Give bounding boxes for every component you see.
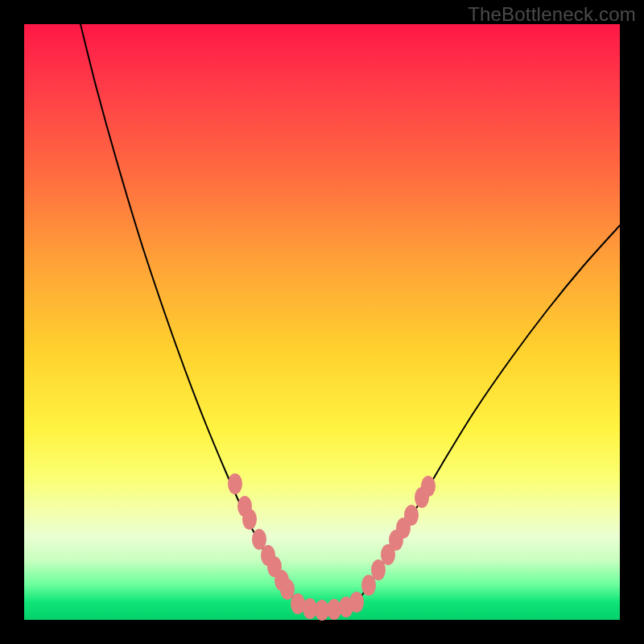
bottleneck-curve: [80, 24, 620, 610]
curve-marker: [349, 592, 364, 613]
curve-marker: [421, 476, 436, 497]
watermark-text: TheBottleneck.com: [468, 3, 636, 26]
curve-marker: [404, 505, 419, 526]
chart-frame: TheBottleneck.com: [0, 0, 644, 644]
curve-marker: [242, 509, 257, 530]
plot-area: [24, 24, 620, 620]
marker-group: [228, 473, 436, 621]
curve-marker: [280, 579, 295, 600]
curve-marker: [228, 473, 242, 494]
chart-svg: [24, 24, 620, 620]
